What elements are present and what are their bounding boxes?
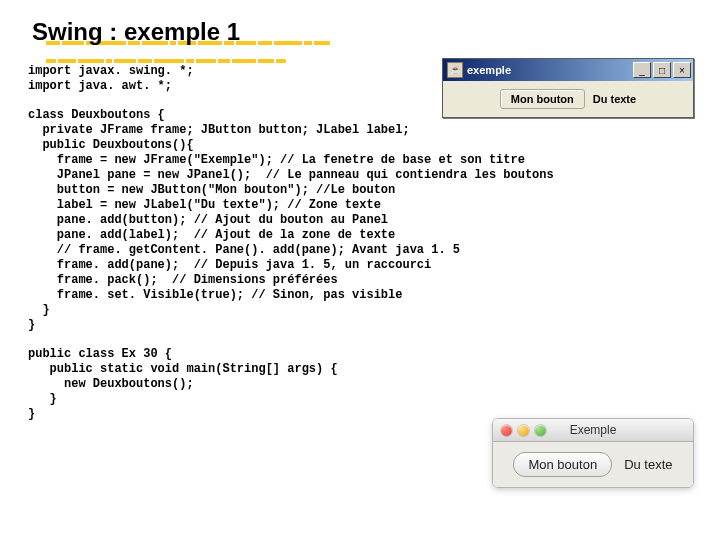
code-class-ex30: public class Ex 30 { public static void …: [28, 347, 692, 422]
coffee-cup-icon: ☕: [447, 62, 463, 78]
du-texte-label: Du texte: [624, 457, 672, 472]
page-title: Swing : exemple 1: [28, 18, 692, 46]
minimize-button[interactable]: _: [633, 62, 651, 78]
windows-example-window: ☕ exemple _ □ × Mon bouton Du texte: [442, 58, 694, 118]
mac-window-body: Mon bouton Du texte: [493, 442, 693, 487]
window-body: Mon bouton Du texte: [443, 81, 693, 117]
maximize-button[interactable]: □: [653, 62, 671, 78]
close-button[interactable]: ×: [673, 62, 691, 78]
mac-example-window: Exemple Mon bouton Du texte: [492, 418, 694, 488]
mac-titlebar: Exemple: [493, 419, 693, 442]
du-texte-label: Du texte: [593, 93, 636, 105]
code-class-deuxboutons: class Deuxboutons { private JFrame frame…: [28, 108, 692, 333]
mon-bouton-button[interactable]: Mon bouton: [513, 452, 612, 477]
window-titlebar: ☕ exemple _ □ ×: [443, 59, 693, 81]
mon-bouton-button[interactable]: Mon bouton: [500, 89, 585, 109]
mac-window-title: Exemple: [493, 423, 693, 437]
window-title: exemple: [467, 64, 631, 76]
